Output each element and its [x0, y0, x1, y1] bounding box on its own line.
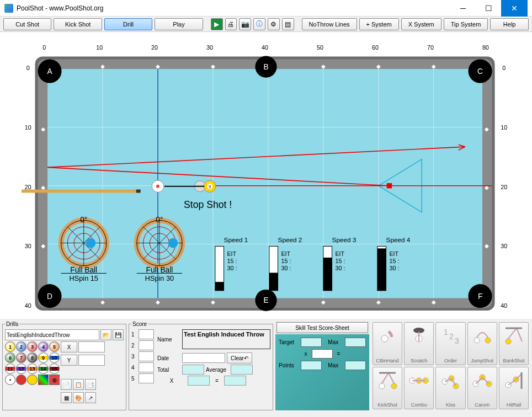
shot-hitrail[interactable]: HitRail — [499, 367, 529, 410]
run-icon[interactable]: ▶ — [211, 18, 223, 30]
shot-kick[interactable]: KickShot — [373, 367, 402, 410]
ball-14[interactable]: 14 — [38, 363, 49, 374]
ball-1[interactable]: 1 — [5, 341, 15, 352]
camera-icon[interactable]: 📷 — [239, 18, 251, 30]
maximize-button[interactable]: ☐ — [476, 0, 501, 17]
minimize-button[interactable]: ─ — [450, 0, 476, 17]
info-icon[interactable]: ⓘ — [253, 18, 265, 30]
drill-button[interactable]: Drill — [104, 18, 152, 30]
shot-combo[interactable]: Combo — [404, 367, 434, 410]
kick-shot-button[interactable]: Kick Shot — [54, 18, 102, 30]
close-button[interactable]: ✕ — [501, 0, 528, 17]
shot-scratch[interactable]: Scratch — [404, 322, 434, 365]
drill-name-input[interactable] — [5, 329, 99, 340]
ball-9[interactable]: 9 — [38, 352, 49, 363]
svg-text:15 :: 15 : — [227, 258, 237, 264]
ball-4[interactable]: 4 — [38, 341, 49, 352]
shot-kiss[interactable]: Kiss — [435, 367, 465, 410]
avg-field — [231, 365, 253, 375]
clear-button[interactable]: Clear↶ — [227, 352, 252, 363]
cut-shot-button[interactable]: Cut Shot — [3, 18, 51, 30]
svg-text:EIT: EIT — [227, 250, 236, 257]
svg-text:Speed 1: Speed 1 — [224, 236, 248, 243]
target-field[interactable] — [301, 338, 322, 347]
export-icon[interactable]: ↗ — [85, 392, 96, 403]
ball-5[interactable]: 5 — [49, 341, 60, 352]
ball-multi[interactable] — [38, 375, 49, 385]
svg-text:9: 9 — [209, 184, 211, 189]
tick: 10 — [96, 44, 103, 51]
app-icon — [4, 4, 13, 13]
svg-rect-2 — [47, 69, 482, 298]
color-icon[interactable]: 🎨 — [73, 392, 84, 403]
shot-bank[interactable]: BankShot — [499, 322, 529, 365]
max-field[interactable] — [345, 338, 366, 347]
svg-point-94 — [391, 383, 397, 389]
nothrow-lines-button[interactable]: NoThrow Lines — [302, 18, 357, 30]
svg-text:EIT: EIT — [389, 250, 398, 257]
ball-2[interactable]: 2 — [16, 341, 26, 352]
svg-text:Speed 3: Speed 3 — [332, 236, 357, 243]
ball-13[interactable]: 13 — [27, 363, 38, 374]
help-button[interactable]: Help — [490, 18, 529, 30]
x-input[interactable] — [78, 341, 105, 352]
new-doc-icon[interactable]: 📄 — [61, 379, 72, 390]
layers-icon[interactable]: ▤ — [282, 18, 294, 30]
svg-text:0°: 0° — [156, 216, 163, 224]
test-name: Test English Induced Throw — [182, 329, 270, 349]
print-icon[interactable]: 🖨 — [225, 18, 237, 30]
plus-system-button[interactable]: + System — [359, 18, 399, 30]
tick: 20 — [151, 44, 158, 51]
skill-test-panel: Skill Test Score-Sheet TargetMax x= Poin… — [275, 321, 369, 410]
gear-icon[interactable]: ⚙ — [268, 18, 280, 30]
ball-red[interactable] — [16, 375, 26, 385]
ball-yellow[interactable] — [27, 375, 38, 385]
ball-8[interactable]: 8 — [27, 352, 38, 363]
ball-15[interactable]: 15 — [49, 363, 60, 374]
score-4[interactable] — [139, 362, 154, 372]
svg-text:0°: 0° — [80, 216, 87, 224]
ball-6[interactable]: 6 — [5, 352, 15, 363]
save-icon[interactable]: 💾 — [113, 329, 124, 340]
svg-rect-67 — [269, 273, 278, 291]
grid-icon[interactable]: ▦ — [61, 392, 72, 403]
ball-11[interactable]: 11 — [5, 363, 15, 374]
play-button[interactable]: Play — [155, 18, 203, 30]
ball-cue[interactable]: • — [5, 375, 15, 385]
y-input[interactable] — [78, 355, 105, 366]
x-system-button[interactable]: X System — [401, 18, 441, 30]
svg-point-93 — [379, 383, 385, 389]
skill-test-button[interactable]: Skill Test Score-Sheet — [276, 322, 368, 333]
tip-system-button[interactable]: Tip System — [444, 18, 488, 30]
tick: 70 — [427, 44, 434, 51]
ball-3[interactable]: 3 — [27, 341, 38, 352]
shot-cbinhand[interactable]: CBinHand — [373, 322, 402, 365]
y-label: Y — [61, 355, 77, 366]
mult-field[interactable] — [312, 349, 333, 359]
score-5[interactable] — [139, 373, 154, 383]
svg-text:15 :: 15 : — [281, 258, 291, 264]
shot-carom[interactable]: Carom — [467, 367, 497, 410]
eq-field — [224, 376, 246, 386]
shot-order[interactable]: 123Order — [435, 322, 465, 365]
copy-icon[interactable]: 📋 — [73, 379, 84, 390]
shot-jump[interactable]: JumpShot — [467, 322, 497, 365]
ball-7[interactable]: 7 — [16, 352, 26, 363]
ball-12[interactable]: 12 — [16, 363, 26, 374]
score-3[interactable] — [139, 351, 154, 361]
x-label: X — [61, 341, 77, 352]
score-1[interactable] — [139, 329, 154, 339]
pool-table-canvas[interactable]: 0 10 20 30 40 50 60 70 80 0 10 20 30 40 … — [0, 32, 532, 319]
ball-10[interactable]: 10 — [49, 352, 60, 363]
svg-text:30 :: 30 : — [281, 265, 291, 271]
svg-rect-23 — [387, 184, 392, 188]
list-icon[interactable]: 📑 — [85, 379, 96, 390]
tick: 10 — [25, 124, 31, 131]
date-input[interactable] — [182, 353, 225, 363]
tick: 40 — [25, 302, 31, 309]
ball-target[interactable]: ◎ — [49, 375, 60, 385]
open-icon[interactable]: 📂 — [100, 329, 111, 340]
tick: 60 — [372, 44, 379, 51]
score-2[interactable] — [139, 340, 154, 350]
svg-rect-24 — [22, 190, 141, 193]
